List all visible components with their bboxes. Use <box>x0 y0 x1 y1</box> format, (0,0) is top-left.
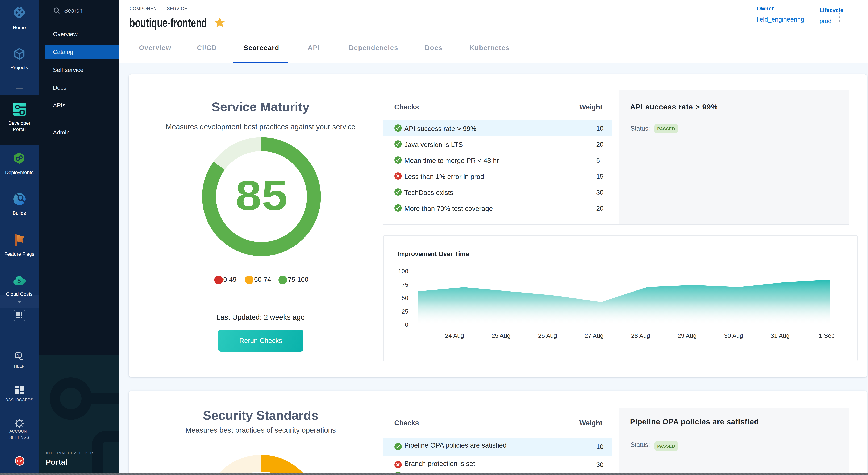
svg-text:?: ? <box>17 353 19 357</box>
svg-text:$: $ <box>18 277 21 284</box>
